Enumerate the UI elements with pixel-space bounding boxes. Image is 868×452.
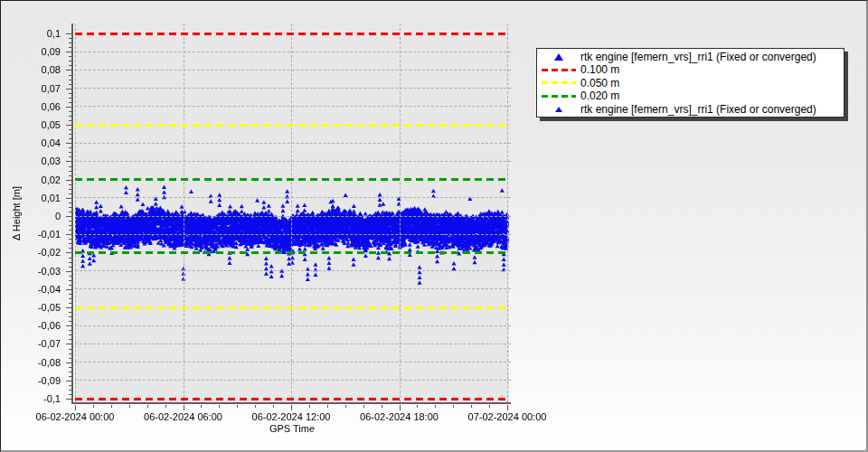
legend-item-label: 0.020 m (580, 89, 619, 102)
y-axis-major-tick (66, 307, 71, 308)
y-axis-minor-tick (69, 75, 71, 76)
legend-item-label: 0.100 m (580, 63, 619, 76)
y-axis-hilite (73, 24, 74, 404)
x-tick-label: 06-02-2024 18:00 (345, 410, 454, 423)
y-tick-label: -0,07 (1, 337, 61, 350)
h-gridline (75, 362, 511, 363)
y-tick-label: 0,09 (1, 45, 61, 58)
y-axis-minor-tick (69, 42, 71, 43)
x-axis-minor-tick (111, 405, 112, 408)
y-axis-minor-tick (69, 120, 71, 121)
h-gridline (75, 234, 511, 235)
v-gridline (507, 24, 508, 402)
y-axis-minor-tick (69, 385, 71, 386)
y-axis-minor-tick (69, 152, 71, 153)
y-axis-minor-tick (69, 294, 71, 295)
plot-area (75, 24, 509, 402)
y-axis-minor-tick (69, 239, 71, 240)
y-axis-minor-tick (69, 334, 71, 335)
y-tick-label: -0,09 (1, 374, 61, 387)
threshold-line (75, 306, 507, 309)
v-gridline (291, 24, 292, 402)
x-axis-title: GPS Time (75, 423, 509, 434)
y-axis-minor-tick (69, 84, 71, 85)
threshold-line (75, 251, 507, 254)
y-axis-major-tick (66, 216, 71, 217)
y-axis-major-tick (66, 161, 71, 162)
x-axis-minor-tick (255, 405, 256, 408)
x-axis-minor-tick (147, 405, 148, 408)
triangle-marker-icon (555, 107, 562, 112)
y-tick-label: 0 (1, 210, 61, 222)
x-axis-minor-tick (327, 405, 328, 408)
y-tick-label: 0,02 (1, 174, 61, 186)
x-axis-minor-tick (435, 405, 436, 408)
y-axis-minor-tick (69, 390, 71, 391)
y-axis-minor-tick (69, 298, 71, 299)
y-axis-minor-tick (69, 221, 71, 221)
y-axis-minor-tick (69, 303, 71, 304)
x-axis-minor-tick (93, 405, 94, 408)
h-gridline (75, 380, 511, 381)
y-axis-minor-tick (69, 61, 71, 61)
y-axis-minor-tick (69, 116, 71, 117)
y-axis-minor-tick (69, 372, 71, 372)
y-axis-minor-tick (69, 262, 71, 263)
y-axis-minor-tick (69, 267, 71, 268)
y-axis-major-tick (66, 344, 71, 344)
y-axis-minor-tick (69, 134, 71, 135)
y-axis-minor-tick (69, 189, 71, 190)
y-axis-minor-tick (69, 80, 71, 80)
y-axis-minor-tick (69, 376, 71, 377)
y-axis-minor-tick (69, 38, 71, 39)
y-axis-minor-tick (69, 394, 71, 395)
y-axis-minor-tick (69, 212, 71, 212)
legend-swatch (537, 81, 580, 84)
y-tick-label: 0,04 (1, 137, 61, 149)
x-axis-minor-tick (471, 405, 472, 408)
y-axis-minor-tick (69, 248, 71, 249)
x-tick-label: 07-02-2024 00:00 (453, 410, 561, 423)
y-axis-major-tick (66, 399, 71, 400)
y-axis-minor-tick (69, 349, 71, 350)
legend-item: 0.020 m (537, 89, 844, 102)
y-tick-label: 0,06 (1, 100, 61, 113)
x-axis-minor-tick (489, 405, 490, 408)
h-gridline (75, 70, 511, 71)
y-tick-label: -0,02 (1, 246, 61, 259)
y-tick-label: -0,08 (1, 356, 61, 369)
y-axis-minor-tick (69, 202, 71, 203)
y-axis-major-tick (66, 143, 71, 144)
y-axis-minor-tick (69, 56, 71, 57)
legend-item-label: 0.050 m (580, 77, 619, 89)
threshold-line (75, 178, 507, 181)
y-tick-label: 0,05 (1, 118, 61, 131)
dashed-line-icon (542, 69, 576, 71)
y-axis-minor-tick (69, 258, 71, 259)
x-axis-minor-tick (129, 405, 130, 408)
dashed-line-icon (542, 95, 576, 98)
legend-item-label: rtk engine [femern_vrs]_rri1 (Fixed or c… (580, 51, 816, 63)
y-axis-minor-tick (69, 184, 71, 185)
y-axis-minor-tick (69, 147, 71, 148)
y-axis-minor-tick (69, 171, 71, 172)
y-axis-minor-tick (69, 98, 71, 99)
y-axis-major-tick (66, 271, 71, 272)
y-axis-minor-tick (69, 175, 71, 176)
legend-item-label: rtk engine [femern_vrs]_rri1 (Fixed or c… (580, 103, 816, 116)
y-axis-minor-tick (69, 102, 71, 103)
y-axis-minor-tick (69, 65, 71, 66)
y-axis-major-tick (66, 325, 71, 326)
legend-item: rtk engine [femern_vrs]_rri1 (Fixed or c… (537, 103, 844, 116)
v-gridline (75, 24, 76, 402)
y-axis-minor-tick (69, 207, 71, 208)
x-axis-minor-tick (237, 405, 238, 408)
y-axis-minor-tick (69, 166, 71, 167)
y-tick-label: 0,08 (1, 63, 61, 76)
y-axis-minor-tick (69, 285, 71, 286)
scatter-plot-canvas (75, 24, 509, 402)
h-gridline (75, 344, 511, 344)
y-axis-minor-tick (69, 330, 71, 331)
threshold-line (75, 398, 507, 400)
x-axis-minor-tick (165, 405, 166, 408)
